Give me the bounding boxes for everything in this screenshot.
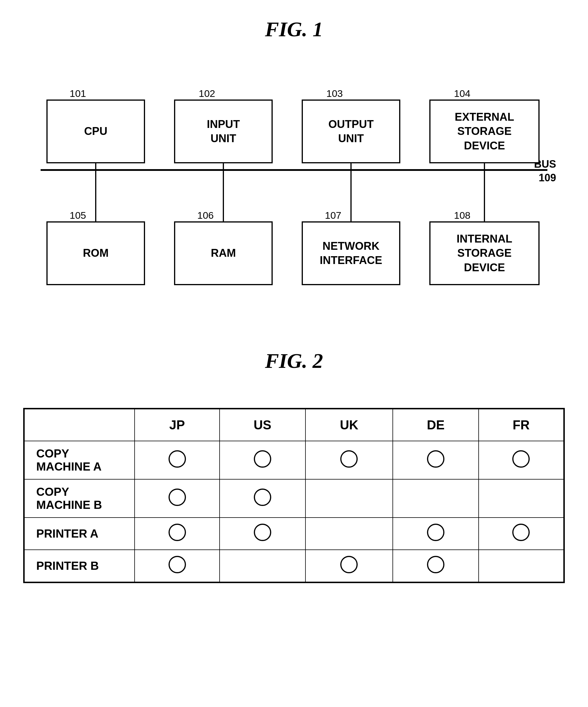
- table-row: PRINTER A: [24, 517, 564, 550]
- fig2-table: JP US UK DE FR COPY MACHINE A: [24, 409, 564, 582]
- circle-mark: [254, 524, 271, 541]
- cell-printer-a-uk: [306, 517, 393, 550]
- circle-mark: [340, 556, 358, 573]
- ref-103: 103: [326, 88, 343, 99]
- table-row: PRINTER B: [24, 550, 564, 582]
- cell-printer-a-fr: [479, 517, 564, 550]
- cell-printer-b-uk: [306, 550, 393, 582]
- cell-copy-a-uk: [306, 441, 393, 479]
- circle-mark: [427, 556, 444, 573]
- cell-printer-a-de: [393, 517, 479, 550]
- connector-cpu-bottom: [95, 171, 96, 221]
- rom-box: ROM: [46, 221, 145, 285]
- cell-copy-a-jp: [135, 441, 219, 479]
- fig2-section: FIG. 2 JP US UK DE FR COPY MACHINE A: [23, 349, 565, 584]
- output-unit-box: OUTPUT UNIT: [302, 100, 400, 163]
- ref-107: 107: [325, 210, 341, 221]
- table-header-row: JP US UK DE FR: [24, 409, 564, 441]
- cell-printer-b-jp: [135, 550, 219, 582]
- connector-output-top: [350, 163, 352, 170]
- fig1-diagram: BUS 109 101 CPU 102 INPUT UNIT 103 OUTPU…: [23, 59, 565, 320]
- cpu-box: CPU: [46, 100, 145, 163]
- ref-101: 101: [70, 88, 86, 99]
- circle-mark: [169, 450, 186, 468]
- connector-ext-bottom: [484, 171, 485, 221]
- int-storage-box: INTERNAL STORAGE DEVICE: [429, 221, 540, 285]
- ram-box: RAM: [174, 221, 273, 285]
- col-header-fr: FR: [479, 409, 564, 441]
- cell-copy-a-de: [393, 441, 479, 479]
- connector-output-bottom: [350, 171, 352, 221]
- row-label-printer-a: PRINTER A: [24, 517, 135, 550]
- col-header-jp: JP: [135, 409, 219, 441]
- ref-108: 108: [454, 210, 471, 221]
- row-label-printer-b: PRINTER B: [24, 550, 135, 582]
- circle-mark: [512, 450, 530, 468]
- bus-line: [41, 169, 547, 171]
- fig1-title: FIG. 1: [23, 18, 565, 41]
- connector-input-bottom: [223, 171, 224, 221]
- table-row: COPY MACHINE A: [24, 441, 564, 479]
- row-label-copy-machine-a: COPY MACHINE A: [24, 441, 135, 479]
- row-label-copy-machine-b: COPY MACHINE B: [24, 479, 135, 517]
- cell-printer-b-us: [219, 550, 306, 582]
- fig2-title: FIG. 2: [23, 349, 565, 373]
- network-interface-box: NETWORK INTERFACE: [302, 221, 400, 285]
- cell-copy-b-us: [219, 479, 306, 517]
- col-header-de: DE: [393, 409, 479, 441]
- ref-102: 102: [199, 88, 215, 99]
- cell-printer-b-de: [393, 550, 479, 582]
- cell-copy-b-uk: [306, 479, 393, 517]
- cell-copy-a-fr: [479, 441, 564, 479]
- circle-mark: [254, 489, 271, 506]
- cell-copy-a-us: [219, 441, 306, 479]
- col-header-empty: [24, 409, 135, 441]
- table-row: COPY MACHINE B: [24, 479, 564, 517]
- circle-mark: [169, 489, 186, 506]
- ref-104: 104: [454, 88, 471, 99]
- circle-mark: [254, 450, 271, 468]
- fig2-table-container: JP US UK DE FR COPY MACHINE A: [23, 408, 565, 583]
- connector-ext-top: [484, 163, 485, 170]
- circle-mark: [340, 450, 358, 468]
- ref-106: 106: [197, 210, 214, 221]
- col-header-us: US: [219, 409, 306, 441]
- circle-mark: [512, 524, 530, 541]
- cell-copy-b-fr: [479, 479, 564, 517]
- connector-cpu-top: [95, 163, 96, 170]
- circle-mark: [427, 524, 444, 541]
- cell-printer-a-jp: [135, 517, 219, 550]
- circle-mark: [169, 524, 186, 541]
- circle-mark: [169, 556, 186, 573]
- ref-105: 105: [70, 210, 86, 221]
- ext-storage-box: EXTERNAL STORAGE DEVICE: [429, 100, 540, 163]
- cell-printer-a-us: [219, 517, 306, 550]
- cell-printer-b-fr: [479, 550, 564, 582]
- cell-copy-b-de: [393, 479, 479, 517]
- connector-input-top: [223, 163, 224, 170]
- col-header-uk: UK: [306, 409, 393, 441]
- cell-copy-b-jp: [135, 479, 219, 517]
- circle-mark: [427, 450, 444, 468]
- input-unit-box: INPUT UNIT: [174, 100, 273, 163]
